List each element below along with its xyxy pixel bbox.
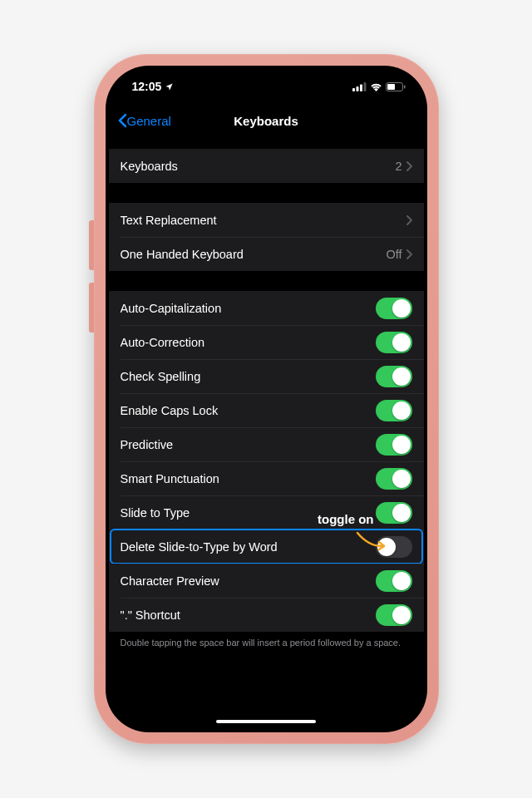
svg-rect-2: [360, 84, 362, 91]
row-keyboards[interactable]: Keyboards 2: [109, 149, 424, 183]
location-icon: [165, 82, 174, 91]
row-label: Slide to Type: [121, 506, 376, 520]
navigation-bar: General Keyboards: [109, 104, 424, 137]
row-label: Check Spelling: [121, 370, 376, 383]
row-character-preview: Character Preview: [109, 564, 424, 598]
row-label: Character Preview: [121, 574, 376, 588]
screen: 12:05 General Keyboards: [109, 69, 424, 729]
page-title: Keyboards: [234, 114, 298, 128]
toggle-auto-capitalization[interactable]: [376, 298, 412, 319]
row-enable-caps-lock: Enable Caps Lock: [109, 393, 424, 427]
battery-icon: [386, 82, 406, 91]
row-label: One Handed Keyboard: [121, 248, 387, 261]
status-indicators: [352, 82, 406, 91]
group-keyboards: Keyboards 2: [109, 149, 424, 183]
row-label: Text Replacement: [121, 214, 406, 227]
svg-rect-3: [363, 82, 366, 91]
row-auto-capitalization: Auto-Capitalization: [109, 291, 424, 325]
row-predictive: Predictive: [109, 427, 424, 461]
footer-note: Double tapping the space bar will insert…: [109, 632, 424, 648]
row-label: Enable Caps Lock: [121, 404, 376, 417]
chevron-right-icon: [406, 215, 412, 225]
chevron-left-icon: [117, 113, 127, 128]
row-label: "." Shortcut: [121, 608, 376, 622]
row-dot-shortcut: "." Shortcut: [109, 598, 424, 632]
row-one-handed-keyboard[interactable]: One Handed Keyboard Off: [109, 237, 424, 271]
row-auto-correction: Auto-Correction: [109, 325, 424, 359]
toggle-predictive[interactable]: [376, 434, 412, 456]
cellular-icon: [352, 82, 367, 91]
toggle-auto-correction[interactable]: [376, 332, 412, 353]
device-frame: 12:05 General Keyboards: [94, 54, 439, 744]
back-button[interactable]: General: [117, 113, 171, 128]
row-value: Off: [386, 248, 401, 261]
toggle-character-preview[interactable]: [376, 570, 412, 592]
row-label: Keyboards: [121, 160, 396, 173]
row-label: Auto-Correction: [121, 336, 376, 349]
status-time: 12:05: [132, 80, 175, 93]
wifi-icon: [370, 82, 382, 91]
row-label: Predictive: [121, 438, 376, 451]
toggle-dot-shortcut[interactable]: [376, 604, 412, 626]
group-options: Text Replacement One Handed Keyboard Off: [109, 203, 424, 271]
row-label: Auto-Capitalization: [121, 302, 376, 315]
row-label: Delete Slide-to-Type by Word: [121, 540, 376, 554]
chevron-right-icon: [406, 161, 412, 171]
toggle-check-spelling[interactable]: [376, 366, 412, 387]
back-label: General: [127, 114, 171, 128]
row-text-replacement[interactable]: Text Replacement: [109, 203, 424, 237]
row-slide-to-type: Slide to Type: [109, 495, 424, 530]
row-check-spelling: Check Spelling: [109, 359, 424, 393]
group-toggles: Auto-Capitalization Auto-Correction Chec…: [109, 291, 424, 632]
clock-text: 12:05: [132, 80, 162, 93]
home-indicator[interactable]: [216, 720, 316, 723]
svg-rect-1: [356, 86, 358, 91]
content-scroll[interactable]: Keyboards 2 Text Replacement One Handed …: [109, 137, 424, 729]
device-bezel: 12:05 General Keyboards: [106, 66, 427, 732]
notch: [191, 69, 341, 91]
toggle-smart-punctuation[interactable]: [376, 468, 412, 490]
annotation-arrow-icon: [354, 530, 391, 552]
row-label: Smart Punctuation: [121, 472, 376, 485]
svg-rect-0: [352, 88, 355, 91]
row-value: 2: [395, 160, 401, 173]
svg-rect-5: [387, 84, 395, 90]
svg-rect-6: [404, 85, 406, 88]
toggle-slide-to-type[interactable]: [376, 502, 412, 524]
chevron-right-icon: [406, 249, 412, 259]
toggle-enable-caps-lock[interactable]: [376, 400, 412, 421]
row-smart-punctuation: Smart Punctuation: [109, 461, 424, 495]
